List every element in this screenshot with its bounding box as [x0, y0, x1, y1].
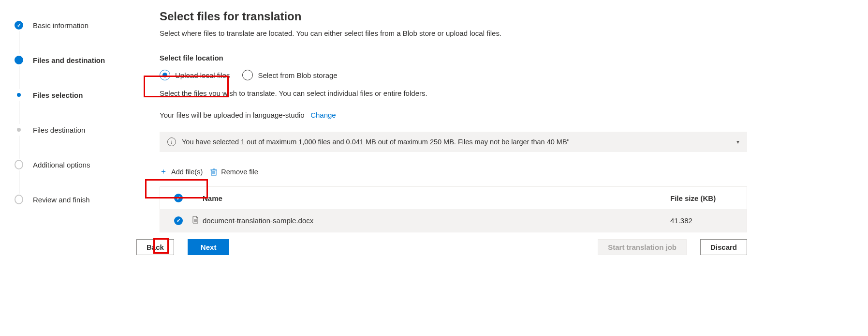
radio-upload-local[interactable]: Upload local files: [160, 70, 230, 80]
col-name-header[interactable]: Name: [203, 194, 670, 202]
next-button[interactable]: Next: [188, 239, 230, 255]
main-panel: Select files for translation Select wher…: [145, 10, 868, 255]
page-description: Select where files to translate are loca…: [160, 29, 747, 37]
step-label: Basic information: [33, 21, 88, 30]
radio-selected-icon: [160, 70, 170, 80]
step-connector: [19, 101, 19, 124]
step-label: Files and destination: [33, 56, 105, 64]
radio-unselected-icon: [242, 70, 253, 80]
step-connector: [19, 136, 19, 159]
select-all-checkbox[interactable]: ✓: [174, 194, 183, 202]
back-button[interactable]: Back: [136, 239, 174, 255]
radio-label: Select from Blob storage: [258, 71, 337, 79]
document-icon: [192, 216, 199, 225]
step-files-selection[interactable]: Files selection: [15, 89, 145, 101]
file-name-cell: document-translation-sample.docx: [203, 216, 670, 225]
file-size-cell: 41.382: [670, 216, 738, 225]
step-additional-options[interactable]: Additional options: [15, 159, 145, 170]
wizard-bottom-bar: Back Next Start translation job Discard: [136, 239, 747, 255]
step-files-and-destination[interactable]: Files and destination: [15, 54, 145, 66]
radio-blob-storage[interactable]: Select from Blob storage: [242, 70, 337, 80]
sub-description: Select the files you wish to translate. …: [160, 89, 747, 97]
remove-file-button[interactable]: Remove file: [210, 168, 258, 176]
substep-active-icon: [17, 93, 21, 97]
info-bar-text: You have selected 1 out of maximum 1,000…: [182, 138, 570, 146]
upload-destination-line: Your files will be uploaded in language-…: [160, 111, 747, 119]
col-size-header[interactable]: File size (KB): [670, 194, 738, 202]
step-files-destination[interactable]: Files destination: [15, 124, 145, 136]
wizard-steps: Basic information Files and destination …: [0, 10, 145, 255]
step-label: Review and finish: [33, 196, 90, 204]
file-location-radios: Upload local files Select from Blob stor…: [160, 70, 747, 80]
future-step-icon: [15, 195, 23, 204]
substep-icon: [17, 128, 21, 132]
current-step-icon: [15, 56, 23, 64]
step-basic-information[interactable]: Basic information: [15, 19, 145, 31]
step-connector: [19, 170, 19, 194]
table-header: ✓ Name File size (KB): [160, 187, 747, 209]
future-step-icon: [15, 160, 23, 169]
step-label: Additional options: [33, 161, 90, 169]
add-files-label: Add file(s): [171, 168, 203, 176]
step-label: Files selection: [33, 91, 83, 99]
page-title: Select files for translation: [160, 10, 747, 23]
check-icon: [15, 21, 23, 30]
trash-icon: [210, 168, 217, 176]
upload-destination-text: Your files will be uploaded in language-…: [160, 111, 305, 119]
table-row[interactable]: ✓ document-translation-sample.docx: [160, 209, 747, 232]
file-toolbar: ＋ Add file(s) Remove file: [160, 167, 747, 177]
radio-label: Upload local files: [175, 71, 230, 79]
row-checkbox[interactable]: ✓: [174, 216, 183, 225]
info-icon: i: [167, 137, 176, 146]
selection-info-bar[interactable]: i You have selected 1 out of maximum 1,0…: [160, 132, 747, 152]
files-table: ✓ Name File size (KB) ✓: [160, 186, 747, 232]
discard-button[interactable]: Discard: [700, 239, 747, 255]
change-link[interactable]: Change: [310, 111, 336, 119]
remove-file-label: Remove file: [221, 168, 258, 176]
file-location-label: Select file location: [160, 54, 747, 62]
step-review-and-finish[interactable]: Review and finish: [15, 194, 145, 205]
start-translation-button: Start translation job: [598, 239, 687, 255]
step-connector: [19, 31, 19, 54]
plus-icon: ＋: [160, 167, 167, 177]
chevron-down-icon: ▾: [736, 138, 739, 145]
add-files-button[interactable]: ＋ Add file(s): [160, 167, 203, 177]
step-connector: [19, 66, 19, 89]
step-label: Files destination: [33, 126, 85, 134]
